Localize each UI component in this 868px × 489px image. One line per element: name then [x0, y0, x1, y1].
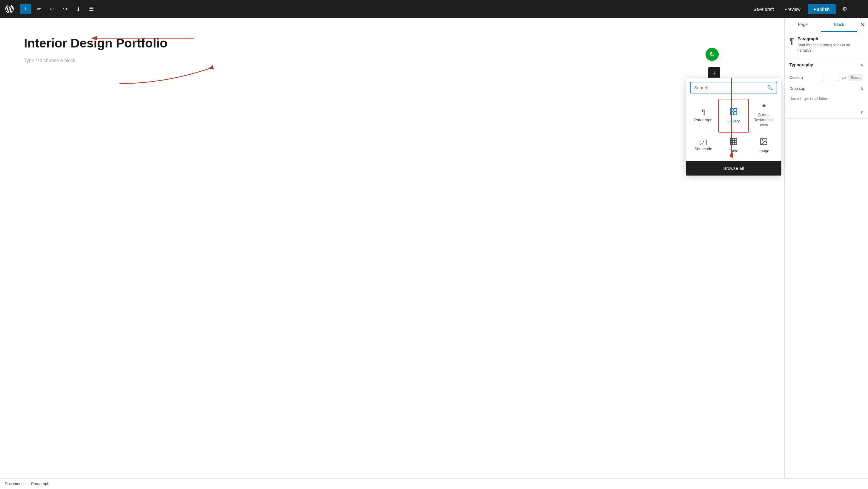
svg-point-12 [762, 140, 763, 141]
refresh-icon-circle[interactable]: ↻ [706, 48, 719, 61]
gear-icon: ⚙ [842, 6, 847, 12]
plus-icon: + [712, 69, 716, 77]
shortcode-block-icon: [/] [699, 139, 708, 145]
drop-cap-desc: Use a larger initial letter. [785, 95, 868, 105]
table-block-icon [730, 137, 738, 147]
typography-section-title: Typography [789, 62, 813, 67]
info-icon: ℹ [78, 6, 80, 12]
inline-add-block-button[interactable]: + [708, 67, 720, 79]
list-icon: ☰ [89, 6, 94, 12]
block-item-paragraph[interactable]: ¶ Paragraph [688, 99, 718, 133]
status-document: Document [5, 482, 22, 486]
svg-rect-6 [730, 138, 737, 144]
drop-cap-section: Drop cap ∧ Use a larger initial letter. [785, 85, 868, 105]
redo-icon: ↪ [63, 6, 67, 12]
block-label-paragraph: Paragraph [694, 118, 712, 123]
refresh-icon: ↻ [709, 51, 715, 58]
block-item-strong-testimonial[interactable]: ❝ Strong Testimonial View [749, 99, 779, 133]
block-search-container: 🔍 [686, 77, 781, 96]
tab-block[interactable]: Block [821, 18, 858, 32]
page-title: Interior Design Portfolio [24, 36, 761, 51]
svg-rect-3 [734, 108, 737, 111]
wordpress-logo-icon [5, 5, 14, 13]
drop-cap-header[interactable]: Drop cap ∧ [785, 85, 868, 95]
block-info-section: ¶ Paragraph Start with the building bloc… [785, 32, 868, 58]
svg-rect-4 [730, 112, 733, 115]
plus-icon: + [24, 6, 28, 12]
gallery-block-icon [730, 107, 738, 117]
list-view-button[interactable]: ☰ [86, 4, 97, 14]
sidebar-tabs: Page Block ✕ [785, 18, 868, 32]
search-input[interactable] [694, 85, 765, 90]
save-draft-button[interactable]: Save draft [750, 5, 777, 13]
svg-rect-2 [730, 108, 733, 111]
typography-section: Typography ∧ Custom px Reset Drop cap ∧ … [785, 58, 868, 119]
settings-button[interactable]: ⚙ [839, 4, 850, 14]
drop-cap-toggle-expand: ∧ [860, 86, 863, 91]
add-block-button[interactable]: + [20, 4, 31, 14]
block-item-table[interactable]: Table [718, 133, 748, 159]
block-label-gallery: Gallery [727, 119, 740, 124]
block-inserter-popup: 🔍 ¶ Paragraph [686, 77, 781, 175]
typography-toggle-icon: ∧ [860, 62, 863, 67]
wp-logo [4, 3, 16, 15]
typography-section-header[interactable]: Typography ∧ [785, 58, 868, 71]
status-arrow-icon: → [25, 482, 29, 486]
block-placeholder: Type / to choose a block [24, 58, 761, 63]
block-label-table: Table [729, 149, 738, 154]
undo-button[interactable]: ↩ [46, 4, 57, 14]
info-button[interactable]: ℹ [73, 4, 84, 14]
ellipsis-icon: ⋮ [856, 6, 862, 12]
custom-font-input[interactable] [822, 74, 840, 81]
status-bar: Document → Paragraph [0, 478, 868, 489]
image-block-icon [760, 137, 768, 147]
block-info-desc: Start with the building block of all nar… [798, 42, 863, 53]
block-label-image: Image [758, 149, 769, 154]
redo-button[interactable]: ↪ [60, 4, 70, 14]
extra-section: ∨ [785, 105, 868, 118]
block-label-shortcode: Shortcode [694, 146, 712, 152]
search-icon: 🔍 [767, 85, 773, 91]
pencil-icon: ✏ [37, 6, 41, 12]
more-options-button[interactable]: ⋮ [854, 4, 864, 14]
close-sidebar-button[interactable]: ✕ [857, 20, 868, 30]
custom-unit: px [842, 75, 846, 80]
reset-button[interactable]: Reset [848, 74, 863, 81]
block-info-title: Paragraph [798, 36, 863, 41]
block-item-gallery[interactable]: Gallery [718, 99, 748, 133]
paragraph-block-icon: ¶ [701, 109, 705, 116]
topbar-right: Save draft Preview Publish ⚙ ⋮ [750, 4, 864, 14]
close-icon: ✕ [861, 22, 865, 28]
browse-all-button[interactable]: Browse all [686, 161, 781, 175]
right-sidebar: Page Block ✕ ¶ Paragraph Start with the … [784, 18, 868, 489]
custom-font-row: Custom px Reset [785, 71, 868, 85]
undo-icon: ↩ [50, 6, 54, 12]
strong-testimonial-block-icon: ❝ [762, 104, 766, 111]
top-bar: + ✏ ↩ ↪ ℹ ☰ Save draft Preview Publish ⚙… [0, 0, 868, 18]
block-item-image[interactable]: Image [749, 133, 779, 159]
main-layout: Interior Design Portfolio ↻ + [0, 18, 868, 489]
block-grid: ¶ Paragraph Gallery [686, 96, 781, 161]
custom-label: Custom [789, 75, 819, 80]
preview-button[interactable]: Preview [781, 5, 804, 13]
tab-page[interactable]: Page [785, 18, 821, 32]
drop-cap-title: Drop cap [789, 86, 805, 91]
extra-section-header[interactable]: ∨ [785, 105, 868, 118]
search-wrapper: 🔍 [690, 82, 777, 93]
svg-rect-5 [734, 112, 737, 115]
block-info-text: Paragraph Start with the building block … [798, 36, 863, 53]
block-item-shortcode[interactable]: [/] Shortcode [688, 133, 718, 159]
editor-area[interactable]: Interior Design Portfolio ↻ + [0, 18, 784, 489]
paragraph-sidebar-icon: ¶ [789, 36, 794, 46]
block-label-strong-testimonial: Strong Testimonial View [752, 112, 776, 128]
tools-button[interactable]: ✏ [33, 4, 44, 14]
status-paragraph: Paragraph [31, 482, 49, 486]
extra-toggle-icon: ∨ [860, 109, 863, 114]
publish-button[interactable]: Publish [808, 4, 836, 14]
